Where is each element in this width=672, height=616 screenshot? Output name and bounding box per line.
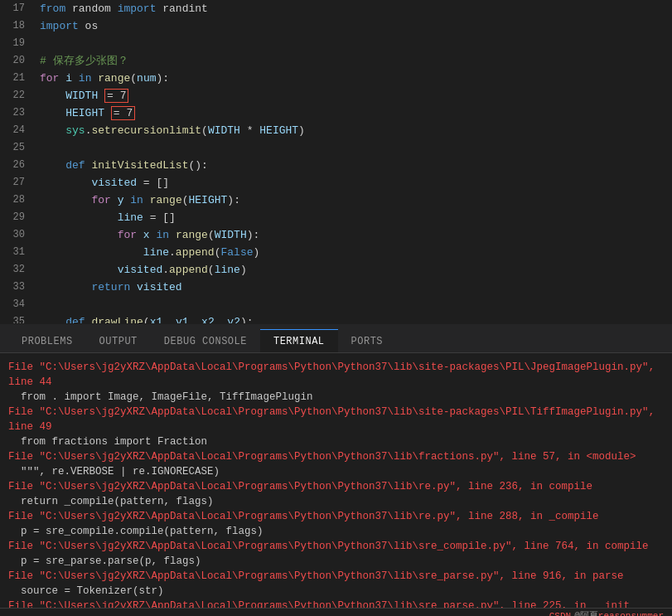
code-line-22: 22 WIDTH = 7 (0, 87, 672, 104)
tab-bar: PROBLEMS OUTPUT DEBUG CONSOLE TERMINAL P… (0, 323, 672, 352)
terminal-line-9: File "C:\Users\jg2yXRZ\AppData\Local\Pro… (8, 509, 664, 524)
code-line-20: 20 # 保存多少张图？ (0, 52, 672, 70)
terminal-line-13: File "C:\Users\jg2yXRZ\AppData\Local\Pro… (8, 569, 664, 584)
code-line-31: 31 line.append(False) (0, 244, 672, 261)
tab-ports[interactable]: PORTS (338, 329, 397, 352)
terminal-line-7: File "C:\Users\jg2yXRZ\AppData\Local\Pro… (8, 479, 664, 494)
footer-separator: @阿夏 (574, 609, 598, 616)
code-line-25: 25 (0, 139, 672, 157)
code-line-19: 19 (0, 35, 672, 52)
tab-problems[interactable]: PROBLEMS (8, 329, 86, 352)
footer-brand: CSDN (549, 611, 571, 617)
code-line-35: 35 def drawLine(x1, y1, x2, y2): (0, 313, 672, 323)
terminal-line-4: from fractions import Fraction (8, 434, 664, 449)
code-lines: 17 from random import randint 18 import … (0, 0, 672, 323)
code-line-23: 23 HEIGHT = 7 (0, 104, 672, 122)
terminal-line-14: source = Tokenizer(str) (8, 584, 664, 599)
terminal-line-10: p = sre_compile.compile(pattern, flags) (8, 524, 664, 539)
code-line-33: 33 return visited (0, 279, 672, 296)
terminal-line-6: """, re.VERBOSE | re.IGNORECASE) (8, 464, 664, 479)
terminal-line-15: File "C:\Users\jg2yXRZ\AppData\Local\Pro… (8, 599, 664, 608)
terminal-line-11: File "C:\Users\jg2yXRZ\AppData\Local\Pro… (8, 539, 664, 554)
terminal-line-12: p = sre_parse.parse(p, flags) (8, 554, 664, 569)
code-line-29: 29 line = [] (0, 209, 672, 226)
code-line-24: 24 sys.setrecursionlimit(WIDTH * HEIGHT) (0, 122, 672, 139)
code-line-26: 26 def initVisitedList(): (0, 157, 672, 174)
terminal-line-2: from . import Image, ImageFile, TiffImag… (8, 390, 664, 405)
tab-output[interactable]: OUTPUT (86, 329, 151, 352)
code-line-17: 17 from random import randint (0, 0, 672, 17)
terminal-line-8: return _compile(pattern, flags) (8, 494, 664, 509)
footer-user: reasonsummer (598, 611, 664, 617)
code-line-21: 21 for i in range(num): (0, 70, 672, 87)
terminal-line-5: File "C:\Users\jg2yXRZ\AppData\Local\Pro… (8, 449, 664, 464)
code-line-34: 34 (0, 296, 672, 313)
code-line-32: 32 visited.append(line) (0, 261, 672, 279)
terminal-line-1: File "C:\Users\jg2yXRZ\AppData\Local\Pro… (8, 360, 664, 390)
editor-area: 17 from random import randint 18 import … (0, 0, 672, 323)
code-line-18: 18 import os (0, 17, 672, 35)
tab-terminal[interactable]: TERMINAL (260, 329, 338, 352)
terminal-line-3: File "C:\Users\jg2yXRZ\AppData\Local\Pro… (8, 405, 664, 434)
code-line-28: 28 for y in range(HEIGHT): (0, 192, 672, 209)
code-line-27: 27 visited = [] (0, 174, 672, 192)
terminal-area[interactable]: File "C:\Users\jg2yXRZ\AppData\Local\Pro… (0, 352, 672, 608)
tab-debug-console[interactable]: DEBUG CONSOLE (151, 329, 260, 352)
footer: CSDN @阿夏 reasonsummer (0, 608, 672, 616)
code-line-30: 30 for x in range(WIDTH): (0, 226, 672, 244)
